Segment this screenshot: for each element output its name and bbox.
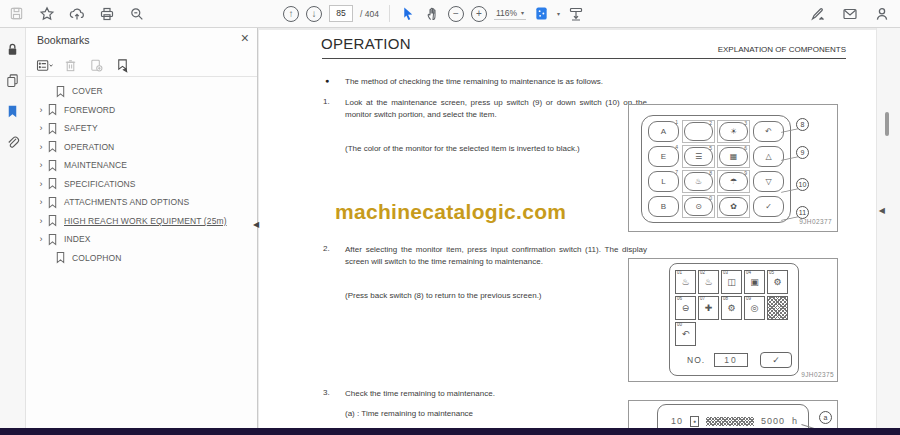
delete-bookmark-icon[interactable] xyxy=(62,57,79,74)
page-number-input[interactable]: 85 xyxy=(329,5,353,22)
switch-b: B xyxy=(648,196,679,217)
expand-bookmark-icon[interactable] xyxy=(114,57,131,74)
switch-l: L7 xyxy=(648,171,679,192)
maint-item-06: 06⊖ xyxy=(675,296,696,320)
chevron-down-icon: ▾ xyxy=(521,9,524,16)
bookmark-label: SPECIFICATIONS xyxy=(64,179,136,189)
step3-text: Check the time remaining to maintenance. xyxy=(345,388,647,400)
switch-confirm: ✓ xyxy=(753,196,784,217)
bookmark-item-high-reach[interactable]: › HIGH REACH WORK EQUIPMENT (25m) xyxy=(26,212,257,231)
attachments-icon[interactable] xyxy=(4,133,22,151)
hand-tool-icon[interactable] xyxy=(424,5,441,22)
top-toolbar: ↑ ↓ 85 / 404 − + 116% ▾ ▾ xyxy=(0,0,900,28)
chevron-down-icon[interactable]: ▾ xyxy=(557,10,560,17)
bookmarks-icon[interactable] xyxy=(4,102,22,120)
page-down-icon[interactable]: ↓ xyxy=(306,6,322,22)
chevron-right-icon[interactable]: › xyxy=(36,179,46,189)
bookmark-icon xyxy=(47,122,58,135)
bookmark-item-cover[interactable]: COVER xyxy=(26,82,257,101)
taskbar[interactable] xyxy=(0,428,900,435)
intro-text: The method of checking the time remainin… xyxy=(345,76,825,88)
chevron-right-icon[interactable]: › xyxy=(36,234,46,244)
switch-down: ▽ xyxy=(753,171,784,192)
save-icon[interactable] xyxy=(8,5,25,22)
presenter-icon[interactable] xyxy=(567,5,584,22)
page-view-icon[interactable] xyxy=(533,5,550,22)
no-label: NO. xyxy=(687,355,705,365)
panel-collapse-arrow-icon[interactable]: ◀ xyxy=(253,220,259,229)
bookmark-item-colophon[interactable]: COLOPHON xyxy=(26,249,257,268)
bookmarks-panel: Bookmarks × COVER › xyxy=(26,28,258,435)
bookmark-item-attachments-options[interactable]: › ATTACHMENTS AND OPTIONS xyxy=(26,193,257,212)
chevron-right-icon[interactable]: › xyxy=(36,216,46,226)
bookmark-label: FOREWORD xyxy=(64,105,115,115)
chevron-right-icon[interactable]: › xyxy=(36,123,46,133)
lock-icon[interactable] xyxy=(4,40,22,58)
zoom-level-select[interactable]: 116% ▾ xyxy=(494,8,526,20)
scrollbar-thumb[interactable] xyxy=(885,112,889,136)
callout-8: 8 xyxy=(796,118,809,131)
print-icon[interactable] xyxy=(98,5,115,22)
bookmark-options-icon[interactable] xyxy=(36,57,53,74)
progress-hatch-bar xyxy=(706,417,754,426)
toolbar-divider xyxy=(389,5,390,22)
pdf-page: OPERATION EXPLANATION OF COMPONENTS ● Th… xyxy=(259,30,876,435)
bookmark-icon xyxy=(47,214,58,227)
new-bookmark-icon[interactable] xyxy=(88,57,105,74)
email-icon[interactable] xyxy=(841,5,858,22)
scrollbar-track[interactable]: ◀ xyxy=(876,28,900,435)
pages-icon[interactable] xyxy=(4,71,22,89)
page-up-icon[interactable]: ↑ xyxy=(283,6,299,22)
search-icon[interactable] xyxy=(128,5,145,22)
maint-item-07: 07✚ xyxy=(698,296,719,320)
maint-item-09: 09◎ xyxy=(744,296,765,320)
zoom-out-icon[interactable]: − xyxy=(448,6,464,22)
maint-item-08: 08⚙ xyxy=(721,296,742,320)
bookmark-item-foreword[interactable]: › FOREWORD xyxy=(26,101,257,120)
step2-text: After selecting the monitor item, press … xyxy=(345,244,647,269)
chevron-right-icon[interactable]: › xyxy=(36,197,46,207)
maint-item-10-selected xyxy=(767,296,788,320)
bookmark-label: SAFETY xyxy=(64,123,98,133)
bookmark-label: INDEX xyxy=(64,234,90,244)
fill-sign-icon[interactable] xyxy=(809,5,826,22)
close-icon[interactable]: × xyxy=(241,30,249,46)
figure-maintenance-screen: 01♨ 02♨ 03◫ 04▣ 05⚙ 06⊖ 07✚ 08⚙ 09◎ 00↶ … xyxy=(628,258,838,382)
bookmark-label: HIGH REACH WORK EQUIPMENT (25m) xyxy=(64,216,227,226)
bookmark-item-specifications[interactable]: › SPECIFICATIONS xyxy=(26,175,257,194)
bookmark-icon xyxy=(55,251,66,264)
share-upload-icon[interactable] xyxy=(68,5,85,22)
bookmark-item-maintenance[interactable]: › MAINTENANCE xyxy=(26,156,257,175)
zoom-level-value: 116% xyxy=(496,8,517,18)
maint-item-04: 04▣ xyxy=(744,270,765,294)
bookmark-icon xyxy=(47,140,58,153)
maint-item-05: 05⚙ xyxy=(767,270,788,294)
account-icon[interactable] xyxy=(873,5,890,22)
chevron-right-icon[interactable]: › xyxy=(36,105,46,115)
step2-number: 2. xyxy=(323,244,330,253)
page-total-label: / 404 xyxy=(360,9,379,19)
callout-9: 9 xyxy=(796,146,809,159)
bookmark-item-operation[interactable]: › OPERATION xyxy=(26,138,257,157)
chevron-right-icon[interactable]: › xyxy=(36,160,46,170)
callout-a: a xyxy=(819,411,832,424)
bookmark-label: COVER xyxy=(72,86,103,96)
bookmark-item-index[interactable]: › INDEX xyxy=(26,230,257,249)
right-panel-collapse-arrow-icon[interactable]: ◀ xyxy=(879,206,885,215)
bookmark-item-safety[interactable]: › SAFETY xyxy=(26,119,257,138)
bullet-marker: ● xyxy=(325,77,329,84)
select-cursor-icon[interactable] xyxy=(400,5,417,22)
maint-item-01: 01♨ xyxy=(675,270,696,294)
bookmark-label: OPERATION xyxy=(64,142,114,152)
zoom-in-icon[interactable]: + xyxy=(471,6,487,22)
switch-fan: ✿ xyxy=(719,197,748,216)
confirm-check-button: ✓ xyxy=(760,352,792,368)
page-subtitle: EXPLANATION OF COMPONENTS xyxy=(539,45,846,54)
bookmark-icon xyxy=(47,233,58,246)
star-icon[interactable] xyxy=(38,5,55,22)
switch-a: A1 xyxy=(648,121,679,142)
chevron-right-icon[interactable]: › xyxy=(36,142,46,152)
figure-monitor-switches: A1 2 ☀3 ↶ E4 ☰5 ▦6 △ L7 ♨8 ☂9 ▽ B ⊙0 xyxy=(628,104,838,232)
meter-hours-value: 5000 xyxy=(761,416,785,426)
meter-item-number: 10 xyxy=(671,416,683,426)
